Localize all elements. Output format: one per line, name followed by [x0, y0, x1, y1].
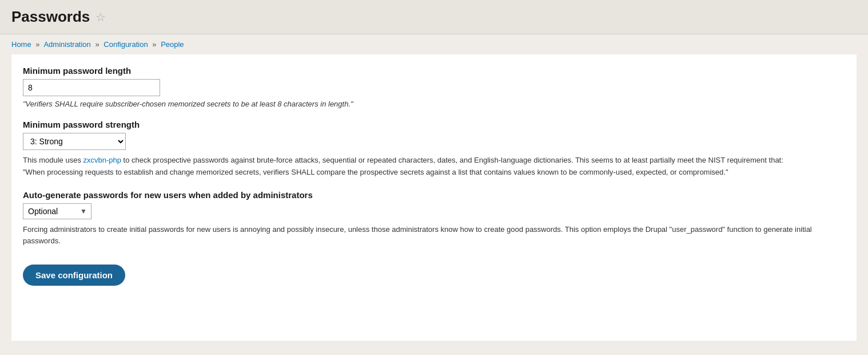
auto-generate-label: Auto-generate passwords for new users wh… [23, 190, 845, 200]
breadcrumb-sep-2: » [95, 40, 99, 49]
main-content: Minimum password length "Verifiers SHALL… [11, 54, 857, 341]
breadcrumb: Home » Administration » Configuration » … [0, 34, 868, 54]
breadcrumb-configuration[interactable]: Configuration [103, 40, 148, 49]
min-length-group: Minimum password length "Verifiers SHALL… [23, 66, 845, 108]
breadcrumb-people[interactable]: People [161, 40, 184, 49]
min-strength-select[interactable]: 0: None 1: Weak 2: Fair 3: Strong 4: Ver… [23, 133, 126, 150]
breadcrumb-administration[interactable]: Administration [43, 40, 90, 49]
auto-generate-select[interactable]: Optional Always Never [23, 203, 91, 219]
page-header: Passwords ☆ [0, 0, 868, 34]
zxcvbn-link[interactable]: zxcvbn-php [83, 156, 121, 164]
min-strength-group: Minimum password strength 0: None 1: Wea… [23, 120, 845, 179]
breadcrumb-sep-1: » [35, 40, 39, 49]
min-length-input[interactable] [23, 79, 160, 96]
min-strength-quote: "When processing requests to establish a… [23, 168, 728, 176]
auto-generate-description: Forcing administrators to create initial… [23, 224, 845, 248]
favorite-star-icon[interactable]: ☆ [95, 10, 106, 24]
min-length-label: Minimum password length [23, 66, 845, 76]
min-strength-desc-part1: This module uses [23, 156, 83, 164]
breadcrumb-sep-3: » [152, 40, 156, 49]
page-title: Passwords [11, 8, 90, 26]
min-length-description: "Verifiers SHALL require subscriber-chos… [23, 100, 845, 108]
auto-generate-select-wrapper: Optional Always Never ▼ [23, 203, 91, 219]
auto-generate-group: Auto-generate passwords for new users wh… [23, 190, 845, 248]
breadcrumb-home[interactable]: Home [11, 40, 31, 49]
min-strength-description: This module uses zxcvbn-php to check pro… [23, 155, 845, 179]
min-strength-desc-part2: to check prospective passwords against b… [121, 156, 783, 164]
min-strength-label: Minimum password strength [23, 120, 845, 129]
save-configuration-button[interactable]: Save configuration [23, 265, 125, 286]
